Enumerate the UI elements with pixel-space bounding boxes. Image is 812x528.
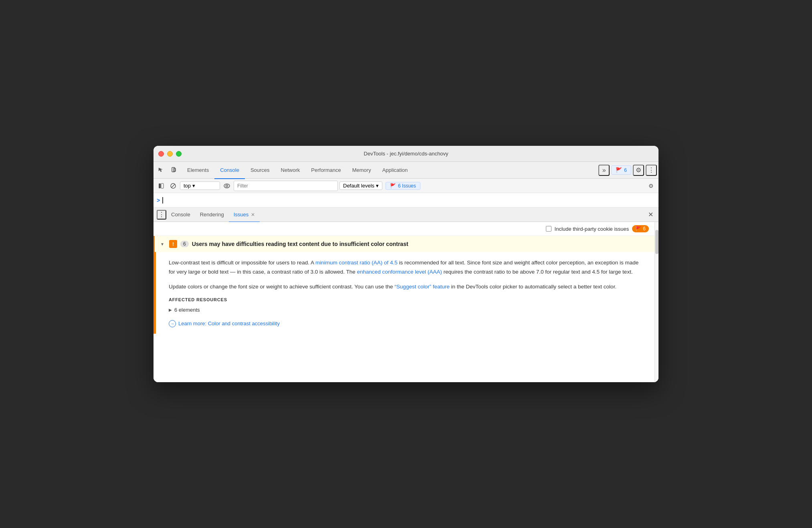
tab-issues-close-icon[interactable]: ✕ [251, 212, 255, 218]
chevron-down-icon: ▼ [160, 242, 166, 246]
tab-performance[interactable]: Performance [305, 162, 346, 179]
svg-rect-3 [159, 183, 161, 188]
clear-console-button[interactable] [168, 181, 178, 191]
console-cursor [162, 197, 163, 204]
link-conformance-aaa[interactable]: enhanced conformance level (AAA) [357, 269, 442, 275]
svg-point-7 [224, 184, 230, 188]
issue-item-color-contrast: ▼ ! 6 Users may have difficulties readin… [154, 236, 654, 334]
cookie-checkbox[interactable] [546, 226, 551, 232]
affected-label: AFFECTED RESOURCES [169, 297, 645, 302]
tab-console-panel[interactable]: Console [166, 208, 195, 222]
chevron-right-icon: ▶ [169, 308, 172, 312]
scrollbar-track[interactable] [654, 222, 658, 382]
issue-header[interactable]: ▼ ! 6 Users may have difficulties readin… [155, 236, 654, 252]
affected-resources-section: AFFECTED RESOURCES ▶ 6 elements [169, 297, 645, 314]
console-prompt: > [157, 197, 160, 204]
issue-count-badge: 6 [180, 241, 189, 247]
more-tabs-icon[interactable]: ⋮ [157, 210, 166, 220]
maximize-button[interactable] [176, 151, 182, 157]
main-nav-tabs: Elements Console Sources Network Perform… [182, 162, 413, 178]
issue-title: Users may have difficulties reading text… [192, 241, 408, 247]
flag-icon: 🚩 [616, 167, 622, 173]
console-input-row[interactable]: > [154, 193, 658, 208]
issues-badge-button[interactable]: 🚩 6 [611, 165, 631, 175]
minimize-button[interactable] [167, 151, 173, 157]
tab-console[interactable]: Console [214, 162, 245, 179]
learn-more-row: → Learn more: Color and contrast accessi… [169, 320, 645, 327]
link-contrast-ratio-aa[interactable]: minimum contrast ratio (AA) of 4.5 [315, 260, 398, 266]
issue-body: Low-contrast text is difficult or imposs… [155, 252, 654, 334]
learn-more-link[interactable]: Learn more: Color and contrast accessibi… [178, 320, 280, 326]
cookie-label: Include third-party cookie issues [555, 226, 629, 232]
main-toolbar: Elements Console Sources Network Perform… [154, 162, 658, 179]
warning-icon: ! [169, 240, 177, 248]
issue-description-1: Low-contrast text is difficult or imposs… [169, 258, 645, 277]
svg-line-6 [172, 184, 175, 187]
scrollbar-thumb[interactable] [655, 230, 658, 254]
elements-count-item[interactable]: ▶ 6 elements [169, 305, 645, 314]
levels-selector[interactable]: Default levels ▾ [339, 181, 382, 190]
tab-network[interactable]: Network [275, 162, 306, 179]
toolbar-icon-group [155, 164, 180, 176]
flag-icon-badge: 🚩 [635, 226, 641, 232]
tab-memory[interactable]: Memory [347, 162, 377, 179]
tab-rendering-panel[interactable]: Rendering [195, 208, 229, 222]
devtools-window: DevTools - jec.fyi/demo/cds-anchovy Elem… [154, 146, 658, 382]
traffic-lights [158, 151, 182, 157]
svg-rect-4 [161, 183, 164, 188]
filter-input[interactable] [234, 181, 338, 191]
link-suggest-color[interactable]: “Suggest color” feature [394, 284, 449, 290]
console-sidebar-button[interactable] [156, 181, 166, 191]
device-icon[interactable] [168, 164, 180, 176]
issues-panel: Include third-party cookie issues 🚩 6 ▼ … [154, 222, 654, 382]
eye-icon[interactable] [222, 181, 232, 191]
console-issues-button[interactable]: 🚩 6 Issues [386, 182, 420, 190]
svg-point-8 [226, 185, 228, 187]
close-panel-icon[interactable]: ✕ [646, 210, 655, 220]
more-tabs-button[interactable]: » [598, 165, 610, 176]
inspect-icon[interactable] [155, 164, 167, 176]
console-toolbar: top ▾ Default levels ▾ 🚩 6 Issues ⚙ [154, 179, 658, 193]
title-bar: DevTools - jec.fyi/demo/cds-anchovy [154, 146, 658, 162]
console-gear-icon[interactable]: ⚙ [646, 181, 656, 191]
issue-description-2: Update colors or change the font size or… [169, 282, 645, 292]
cookie-checkbox-row: Include third-party cookie issues 🚩 6 [154, 222, 654, 236]
toolbar-right: » 🚩 6 ⚙ ⋮ [598, 165, 657, 176]
tab-sources[interactable]: Sources [245, 162, 275, 179]
settings-icon[interactable]: ⚙ [633, 165, 644, 176]
tab-issues-panel[interactable]: Issues ✕ [229, 208, 260, 222]
elements-count-label: 6 elements [174, 307, 200, 313]
more-options-icon[interactable]: ⋮ [646, 165, 657, 176]
close-button[interactable] [158, 151, 164, 157]
bottom-tabs-bar: ⋮ Console Rendering Issues ✕ ✕ [154, 208, 658, 222]
warning-issues-badge[interactable]: 🚩 6 [632, 225, 649, 232]
tab-elements[interactable]: Elements [182, 162, 214, 179]
window-title: DevTools - jec.fyi/demo/cds-anchovy [364, 151, 448, 157]
flag-icon-small: 🚩 [390, 183, 396, 189]
learn-more-circle-icon: → [169, 320, 176, 327]
tab-application[interactable]: Application [377, 162, 414, 179]
issues-panel-container: Include third-party cookie issues 🚩 6 ▼ … [154, 222, 658, 382]
context-selector[interactable]: top ▾ [180, 181, 220, 190]
